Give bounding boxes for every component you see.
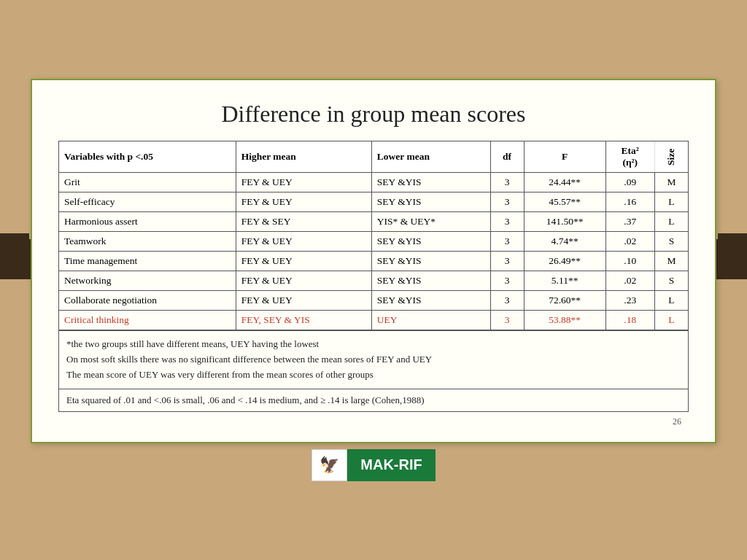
slide: Difference in group mean scores Variable… — [31, 79, 716, 443]
table-row: Harmonious assertFEY & SEYYIS* & UEY*314… — [59, 212, 689, 232]
col-header-lower-mean: Lower mean — [371, 141, 490, 173]
note-line-1: *the two groups still have different mea… — [66, 337, 681, 352]
table-row: GritFEY & UEYSEY &YIS324.44**.09M — [59, 173, 689, 192]
note-line-2: On most soft skills there was no signifi… — [66, 352, 681, 368]
makrif-label: MAK-RIF — [347, 449, 435, 481]
col-header-size: Size — [654, 141, 688, 173]
slide-title: Difference in group mean scores — [58, 101, 689, 128]
table-row: Self-efficacyFEY & UEYSEY &YIS345.57**.1… — [59, 192, 689, 212]
table-row: NetworkingFEY & UEYSEY &YIS35.11**.02S — [59, 271, 689, 291]
col-header-higher-mean: Higher mean — [236, 141, 371, 173]
bottom-bar: 🦅 MAK-RIF — [311, 449, 435, 481]
table-row: Time managementFEY & UEYSEY &YIS326.49**… — [59, 252, 689, 271]
table-notes: *the two groups still have different mea… — [58, 330, 689, 389]
table-row: Collaborate negotiationFEY & UEYSEY &YIS… — [59, 291, 689, 311]
slide-number: 26 — [58, 416, 689, 427]
data-table: Variables with p <.05 Higher mean Lower … — [58, 141, 689, 330]
note-line-3: The mean score of UEY was very different… — [66, 368, 681, 383]
logo-box: 🦅 — [311, 449, 347, 481]
col-header-variable: Variables with p <.05 — [59, 141, 236, 173]
table-row: TeamworkFEY & UEYSEY &YIS34.74**.02S — [59, 232, 689, 252]
col-header-eta: Eta²(η²) — [605, 141, 654, 173]
footer-note: Eta squared of .01 and <.06 is small, .0… — [58, 389, 689, 412]
table-row: Critical thinkingFEY, SEY & YISUEY353.88… — [59, 311, 689, 330]
col-header-f: F — [524, 141, 605, 173]
logo-emblem: 🦅 — [320, 456, 339, 475]
col-header-df: df — [490, 141, 524, 173]
